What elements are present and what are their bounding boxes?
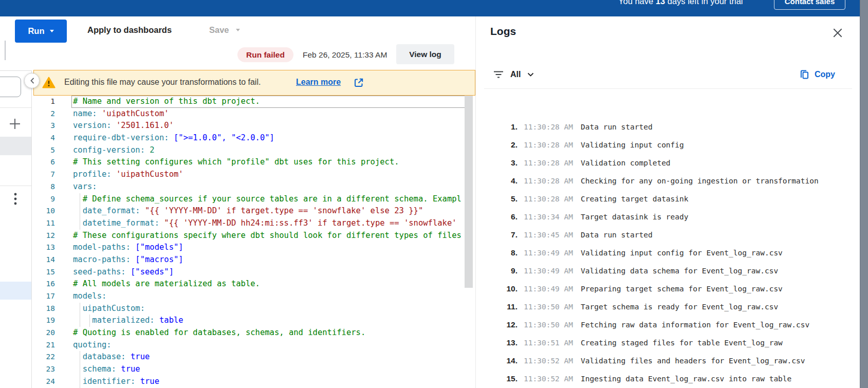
sidebar-item-highlighted[interactable] bbox=[0, 282, 31, 300]
copy-logs-button[interactable]: Copy bbox=[799, 68, 835, 81]
run-button-label: Run bbox=[28, 26, 44, 36]
log-entry: 11.11:30:50 AMTarget schema is ready for… bbox=[476, 298, 860, 316]
chevron-down-icon bbox=[527, 72, 534, 77]
code-line[interactable]: 24 identifier: true bbox=[33, 376, 475, 388]
log-entry-message: Data run started bbox=[581, 123, 653, 131]
log-entry-number: 10. bbox=[476, 284, 518, 293]
code-text: seed-paths: ["seeds"] bbox=[73, 267, 174, 276]
line-number: 8 bbox=[33, 181, 55, 193]
code-line[interactable]: 13model-paths: ["models"] bbox=[33, 242, 475, 254]
line-number: 11 bbox=[33, 217, 55, 230]
code-line[interactable]: 22 database: true bbox=[33, 351, 475, 363]
code-editor[interactable]: 1# Name and version of this dbt project.… bbox=[33, 96, 475, 388]
log-entry: 13.11:30:51 AMCreating staged files for … bbox=[476, 334, 860, 352]
add-file-button[interactable] bbox=[8, 117, 22, 131]
code-text: profile: 'uipathCustom' bbox=[73, 170, 183, 179]
log-entry-time: 11:30:45 AM bbox=[524, 231, 574, 239]
code-line[interactable]: 9 # Define schema_sources if your source… bbox=[33, 193, 475, 206]
code-line[interactable]: 7profile: 'uipathCustom' bbox=[33, 169, 475, 181]
indent-guide bbox=[80, 376, 80, 388]
log-list: 1.11:30:28 AMData run started2.11:30:28 … bbox=[476, 118, 860, 387]
kebab-menu-icon bbox=[9, 191, 22, 207]
log-entry-number: 2. bbox=[476, 140, 518, 150]
plus-icon bbox=[8, 117, 22, 131]
line-number: 22 bbox=[33, 351, 55, 363]
log-entry-time: 11:30:28 AM bbox=[524, 195, 574, 203]
code-text: datetime_format: "{{ 'YYYY-MM-DD hh24:mi… bbox=[73, 218, 457, 228]
code-line[interactable]: 4require-dbt-version: [">=1.0.0", "<2.0.… bbox=[33, 132, 475, 144]
log-entry-time: 11:30:49 AM bbox=[524, 249, 574, 257]
log-entry: 5.11:30:28 AMCreating target datasink bbox=[476, 190, 860, 208]
panel-edge-divider bbox=[5, 41, 6, 60]
code-line[interactable]: 20# Quoting is enabled for databases, sc… bbox=[33, 327, 475, 339]
run-button[interactable]: Run bbox=[15, 20, 67, 43]
code-line[interactable]: 8vars: bbox=[33, 181, 475, 193]
line-number: 21 bbox=[33, 339, 55, 352]
code-line[interactable]: 18 uipathCustom: bbox=[33, 303, 475, 315]
code-text: model-paths: ["models"] bbox=[73, 243, 183, 252]
log-entry-time: 11:30:28 AM bbox=[524, 141, 574, 149]
log-entry-number: 13. bbox=[476, 338, 518, 347]
chevron-down-icon bbox=[236, 29, 240, 31]
code-line[interactable]: 2name: 'uipathCustom' bbox=[33, 108, 475, 120]
learn-more-link[interactable]: Learn more bbox=[296, 78, 341, 87]
log-entry-message: Validation completed bbox=[581, 159, 671, 167]
log-entry-message: Validating data schema for Event_log_raw… bbox=[581, 267, 778, 275]
log-entry-message: Creating staged files for table Event_lo… bbox=[581, 339, 783, 347]
line-number: 2 bbox=[33, 108, 55, 120]
code-line[interactable]: 6# This setting configures which "profil… bbox=[33, 156, 475, 169]
log-entry-time: 11:30:51 AM bbox=[524, 339, 574, 347]
logs-filter-dropdown[interactable]: All bbox=[493, 68, 534, 81]
copy-button-label: Copy bbox=[815, 70, 835, 79]
log-entry: 6.11:30:34 AMTarget datasink is ready bbox=[476, 208, 860, 226]
line-number: 10 bbox=[33, 205, 55, 217]
log-entry-number: 5. bbox=[476, 194, 518, 204]
code-line[interactable]: 12# These configurations specify where d… bbox=[33, 230, 475, 242]
sidebar-item-selected[interactable] bbox=[0, 137, 31, 155]
log-entry-time: 11:30:52 AM bbox=[524, 357, 574, 365]
contact-sales-button[interactable]: Contact sales bbox=[774, 0, 845, 10]
line-number: 4 bbox=[33, 132, 55, 144]
editor-scrollbar-thumb[interactable] bbox=[465, 96, 473, 288]
logs-divider bbox=[484, 88, 852, 89]
logs-scrollbar-thumb[interactable] bbox=[860, 0, 868, 388]
log-entry-number: 14. bbox=[476, 356, 518, 365]
apply-to-dashboards-button[interactable]: Apply to dashboards bbox=[87, 25, 172, 35]
code-text: # Define schema_sources if your source t… bbox=[73, 194, 461, 204]
code-line[interactable]: 17models: bbox=[33, 290, 475, 303]
code-line[interactable]: 1# Name and version of this dbt project. bbox=[33, 96, 475, 108]
code-text: # These configurations specify where dbt… bbox=[73, 231, 461, 240]
more-options-button[interactable] bbox=[9, 191, 22, 207]
line-number: 19 bbox=[33, 315, 55, 327]
indent-guide bbox=[89, 315, 90, 327]
sidebar-file-item[interactable] bbox=[0, 77, 21, 97]
code-line[interactable]: 11 datetime_format: "{{ 'YYYY-MM-DD hh24… bbox=[33, 217, 475, 230]
indent-guide bbox=[80, 217, 80, 230]
line-number: 3 bbox=[33, 120, 55, 132]
code-line[interactable]: 3version: '2501.161.0' bbox=[33, 120, 475, 132]
log-entry-number: 1. bbox=[476, 122, 518, 132]
code-line[interactable]: 23 schema: true bbox=[33, 363, 475, 376]
log-entry-message: Creating target datasink bbox=[581, 195, 689, 203]
code-line[interactable]: 5config-version: 2 bbox=[33, 144, 475, 157]
save-button[interactable]: Save bbox=[209, 25, 240, 35]
code-text: # Name and version of this dbt project. bbox=[73, 97, 260, 106]
code-text: identifier: true bbox=[73, 377, 159, 386]
collapse-panel-button[interactable] bbox=[24, 73, 40, 88]
view-log-button[interactable]: View log bbox=[396, 44, 454, 64]
log-entry-time: 11:30:52 AM bbox=[524, 375, 574, 383]
log-entry-message: Validating files and headers for Event_l… bbox=[581, 357, 805, 365]
code-line[interactable]: 15seed-paths: ["seeds"] bbox=[33, 266, 475, 279]
code-line[interactable]: 14macro-paths: ["macros"] bbox=[33, 254, 475, 266]
close-logs-button[interactable] bbox=[830, 26, 845, 41]
warning-icon bbox=[42, 77, 56, 88]
log-entry-number: 11. bbox=[476, 302, 518, 311]
line-number: 9 bbox=[33, 193, 55, 206]
log-entry: 9.11:30:49 AMValidating data schema for … bbox=[476, 262, 860, 280]
chevron-down-icon bbox=[50, 30, 54, 32]
code-line[interactable]: 10 date_format: "{{ 'YYYY-MM-DD' if targ… bbox=[33, 205, 475, 217]
code-line[interactable]: 21quoting: bbox=[33, 339, 475, 352]
log-entry: 8.11:30:49 AMValidating input config for… bbox=[476, 244, 860, 262]
code-line[interactable]: 19 materialized: table bbox=[33, 315, 475, 327]
code-line[interactable]: 16# All models are materialized as table… bbox=[33, 278, 475, 290]
